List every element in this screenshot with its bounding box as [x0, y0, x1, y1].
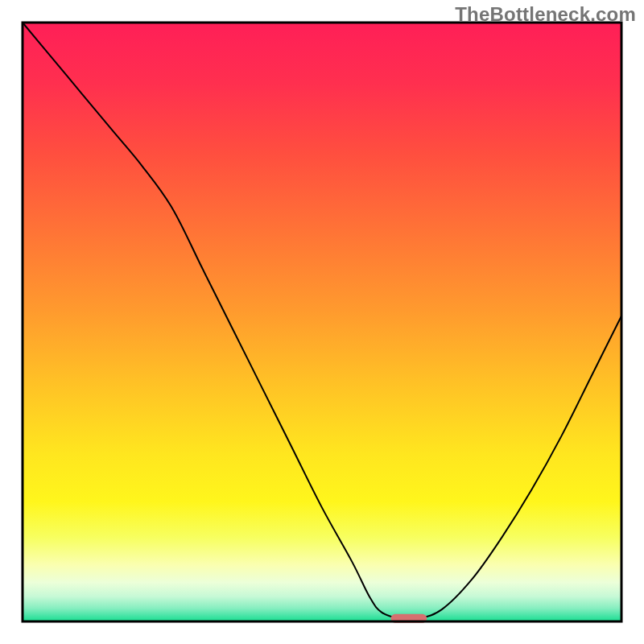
plot-background [23, 23, 621, 621]
watermark-text: TheBottleneck.com [455, 3, 636, 26]
bottleneck-chart [0, 0, 644, 644]
chart-container: TheBottleneck.com [0, 0, 644, 644]
